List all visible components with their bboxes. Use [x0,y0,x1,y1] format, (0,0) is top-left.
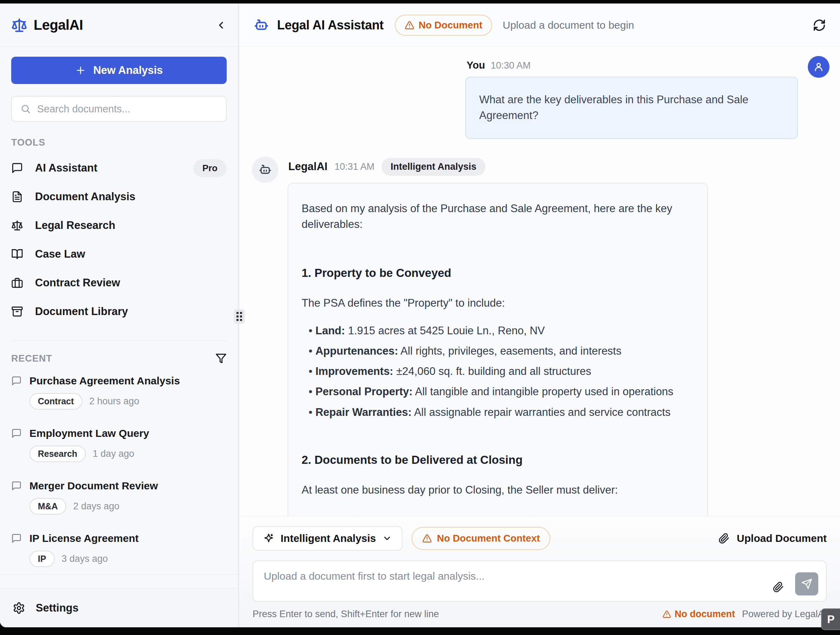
closing-item: - Title insurance commitment [302,514,694,516]
sidebar-body: New Analysis TOOLS AI Assistant Pro [0,47,238,575]
filter-icon [215,353,227,364]
grip-dots-icon [237,312,242,321]
warning-triangle-icon [404,20,414,30]
archive-icon [11,306,23,317]
assistant-name: LegalAI [288,160,327,173]
recent-section-label: RECENT [11,353,52,364]
section-2-intro: At least one business day prior to Closi… [302,482,694,498]
chat-bubble-icon [11,376,22,386]
chat-bubble-icon [11,428,22,439]
briefcase-icon [11,277,23,289]
sidebar-item-contract-review[interactable]: Contract Review [11,268,227,297]
book-open-icon [11,248,23,260]
section-2-heading: 2. Documents to be Delivered at Closing [302,452,694,468]
sparkles-icon [263,533,274,544]
message-input[interactable] [253,561,827,602]
list-item: Improvements: ±24,060 sq. ft. building a… [309,364,694,378]
sidebar-item-ai-assistant[interactable]: AI Assistant Pro [11,154,227,183]
analysis-mode-badge: Intelligent Analysis [382,158,485,176]
chevron-down-icon [382,534,392,543]
tool-label: Case Law [35,248,85,260]
list-item: Land: 1.915 acres at 5425 Louie Ln., Ren… [309,324,694,338]
tag-badge: Research [29,446,86,462]
file-text-icon [11,191,23,203]
tag-badge: Contract [29,393,82,410]
main-panel: Legal AI Assistant No Document Upload a … [239,3,840,627]
recent-item-purchase-agreement[interactable]: Purchase Agreement Analysis Contract 2 h… [11,373,227,410]
timestamp: 3 days ago [62,553,108,564]
chat-scroll-area[interactable]: You 10:30 AM What are the key deliverabl… [239,47,840,516]
header-subtitle: Upload a document to begin [503,19,634,31]
upload-document-label: Upload Document [737,533,827,544]
no-document-badge: No Document [395,15,492,36]
recent-item-merger-review[interactable]: Merger Document Review M&A 2 days ago [11,478,227,515]
timestamp: 1 day ago [93,448,134,459]
search-input[interactable] [37,103,218,115]
send-button[interactable] [795,572,818,596]
settings-item[interactable]: Settings [0,588,238,627]
refresh-button[interactable] [813,19,826,32]
brand-name: LegalAI [34,17,83,33]
refresh-icon [813,19,826,32]
deliverables-list: Land: 1.915 acres at 5425 Louie Ln., Ren… [302,324,694,419]
settings-label: Settings [36,602,79,615]
sidebar-divider [11,340,227,341]
sidebar-item-document-library[interactable]: Document Library [11,297,227,326]
bot-icon [258,163,272,177]
user-message-time: 10:30 AM [491,60,531,71]
person-icon [813,61,824,72]
tools-section-label: TOOLS [11,137,227,148]
upload-document-button[interactable]: Upload Document [718,533,827,544]
message-input-wrap [253,561,827,603]
timestamp: 2 days ago [73,501,120,512]
tools-nav: AI Assistant Pro Document Analysis Legal… [11,154,227,326]
chat-bubble-icon [11,533,22,544]
timestamp: 2 hours ago [89,396,139,407]
assistant-avatar [252,156,278,183]
section-1-heading: 1. Property to be Conveyed [302,265,694,282]
user-message-header: You 10:30 AM [467,60,798,71]
recent-title: Merger Document Review [29,480,158,492]
attach-button[interactable] [773,581,784,592]
tool-label: Legal Research [35,219,115,232]
pro-badge: Pro [193,159,227,177]
recent-title: IP License Agreement [29,533,139,544]
page-title: Legal AI Assistant [277,18,384,33]
list-item: Appurtenances: All rights, privileges, e… [309,344,694,358]
scales-icon [11,219,23,232]
powered-by: Powered by LegalAI [742,609,827,619]
sidebar-resize-handle[interactable] [234,309,245,324]
sidebar-item-document-analysis[interactable]: Document Analysis [11,183,227,211]
composer-footer: Press Enter to send, Shift+Enter for new… [253,609,827,627]
sidebar-item-case-law[interactable]: Case Law [11,240,227,268]
paperclip-icon [718,533,729,544]
sidebar-spacer [0,575,238,588]
new-analysis-label: New Analysis [93,64,163,77]
sidebar-collapse-button[interactable] [215,20,227,31]
no-document-badge-label: No Document [418,20,482,31]
doc-status: No document [662,609,735,619]
filter-button[interactable] [215,353,227,364]
recent-item-employment-law[interactable]: Employment Law Query Research 1 day ago [11,425,227,462]
recent-item-ip-license[interactable]: IP License Agreement IP 3 days ago [11,531,227,567]
tag-badge: M&A [29,498,66,515]
list-item: Personal Property: All tangible and inta… [309,385,694,399]
user-avatar [808,56,829,78]
overlay-chip[interactable]: P [821,608,840,630]
user-name: You [467,60,485,71]
tool-label: Document Library [35,305,128,318]
plus-icon [75,65,86,76]
sidebar-header: LegalAI [0,3,238,47]
assistant-message-card: Based on my analysis of the Purchase and… [287,183,708,516]
main-header: Legal AI Assistant No Document Upload a … [239,3,840,47]
no-document-context-label: No Document Context [437,533,540,544]
sidebar: LegalAI New Analysis TOOLS [0,3,239,627]
assistant-intro: Based on my analysis of the Purchase and… [302,201,694,232]
user-message: You 10:30 AM What are the key deliverabl… [252,56,829,139]
tag-badge: IP [29,551,55,567]
new-analysis-button[interactable]: New Analysis [11,57,227,84]
keyboard-hint: Press Enter to send, Shift+Enter for new… [253,609,439,619]
sidebar-item-legal-research[interactable]: Legal Research [11,211,227,240]
analysis-mode-select[interactable]: Intelligent Analysis [253,526,403,551]
section-1-intro: The PSA defines the "Property" to includ… [302,295,694,311]
